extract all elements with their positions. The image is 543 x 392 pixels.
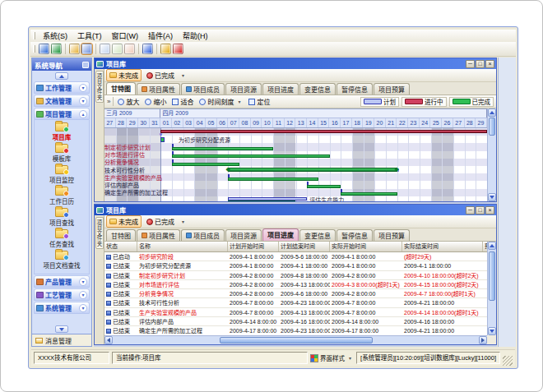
sidebar-item-项目查找[interactable]: 项目查找 xyxy=(49,208,74,227)
scroll-left-button[interactable] xyxy=(104,336,113,344)
tab-项目属性[interactable]: 项目属性 xyxy=(137,83,180,95)
menu-item-3[interactable]: 窗口(W) xyxy=(107,30,144,42)
gantt-done-bar-评估生产能力[interactable] xyxy=(228,201,295,201)
scroll-right-button[interactable] xyxy=(479,336,487,344)
exit-icon[interactable] xyxy=(173,44,183,54)
menu-item-5[interactable]: 帮助(H) xyxy=(178,30,213,42)
globe-icon[interactable] xyxy=(51,44,62,54)
minimize-button[interactable]: ─ xyxy=(466,60,475,68)
close-button[interactable]: × xyxy=(485,206,494,214)
column-header-状态[interactable]: 状态 xyxy=(104,242,137,251)
report-delete-icon[interactable] xyxy=(124,44,135,54)
gantt-done-bar-生产实验室规模的产品[interactable] xyxy=(228,178,318,181)
sidebar-group-1[interactable]: 工作管理▾ xyxy=(34,81,90,94)
sidebar-group-4[interactable]: 产品管理▾ xyxy=(34,275,90,288)
filter-已完成[interactable]: 已完成 xyxy=(143,69,178,81)
chevron-down-icon[interactable]: ▾ xyxy=(79,291,87,299)
tab-项目进度[interactable]: 项目进度 xyxy=(262,83,299,95)
chevron-down-icon[interactable]: ▾ xyxy=(79,304,87,312)
minimize-button[interactable]: ─ xyxy=(466,206,475,214)
column-header-实际结束时间[interactable]: 实际结束时间 xyxy=(402,242,483,251)
filter-未完成[interactable]: 未完成 xyxy=(106,215,142,228)
help-icon[interactable] xyxy=(142,44,153,54)
tab-项目资源[interactable]: 项目资源 xyxy=(225,83,262,95)
gantt-bar-初步研究阶段[interactable] xyxy=(160,130,487,133)
monitor-icon[interactable] xyxy=(39,44,49,54)
chevron-down-icon[interactable]: ▾ xyxy=(79,84,87,92)
tab-项目预算[interactable]: 项目预算 xyxy=(374,229,410,241)
sidebar-group-3[interactable]: 项目管理▴ xyxy=(34,108,90,120)
sidebar-group-6[interactable]: 系统管理▾ xyxy=(34,302,90,314)
table-row[interactable]: 已结束对市场进行评估2009-4-2 8:00:002009-4-13 18:0… xyxy=(104,280,487,289)
tab-project-folder[interactable]: 项目文件夹 xyxy=(95,217,104,249)
chevron-down-icon[interactable]: ▾ xyxy=(79,278,87,286)
scroll-up-button[interactable] xyxy=(488,242,496,250)
window-title-bar[interactable]: 项目库 ─ □ × xyxy=(95,58,496,69)
table-horizontal-scrollbar[interactable] xyxy=(104,335,487,344)
tab-project-folder[interactable]: 项目文件夹 xyxy=(95,71,104,103)
scrollbar-thumb[interactable] xyxy=(489,251,495,301)
lock-icon[interactable] xyxy=(160,44,171,54)
sidebar-item-项目监控[interactable]: 项目监控 xyxy=(49,165,74,184)
report-new-icon[interactable] xyxy=(100,44,110,54)
gantt-bar-技术可行性分析[interactable] xyxy=(228,168,397,172)
table-row[interactable]: 已结束生产实验室规模的产品2009-4-7 8:00:002009-4-13 1… xyxy=(104,308,487,317)
gantt-done-bar-制定初步研究计划[interactable] xyxy=(172,147,273,150)
close-button[interactable]: × xyxy=(485,60,494,68)
filter-未完成[interactable]: 未完成 xyxy=(106,69,142,81)
gantt-done-bar-确定生产所需的加工过程[interactable] xyxy=(341,192,397,196)
column-header-计划开始时间[interactable]: 计划开始时间 xyxy=(228,242,279,251)
table-row[interactable]: 已结束确定生产所需的加工过程2009-4-17 8:00:002009-4-23… xyxy=(104,326,487,335)
gantt-done-bar-分析竞争情况[interactable] xyxy=(172,163,239,166)
save-icon[interactable] xyxy=(81,44,92,54)
tab-项目成员[interactable]: 项目成员 xyxy=(181,83,225,95)
tab-暂停信息[interactable]: 暂停信息 xyxy=(336,229,373,241)
tab-变更信息[interactable]: 变更信息 xyxy=(299,229,336,241)
chevron-down-icon[interactable]: ▾ xyxy=(179,72,187,78)
window-title-bar[interactable]: 项目库 ─ □ × xyxy=(95,205,496,215)
pin-icon[interactable] xyxy=(82,62,89,68)
sidebar-item-工作日历[interactable]: 工作日历 xyxy=(49,187,74,205)
chevron-down-icon[interactable]: ▾ xyxy=(79,97,87,105)
table-row[interactable]: 已结束为初步研究分配资源2009-4-1 8:00:002009-4-1 18:… xyxy=(104,261,487,270)
tab-项目资源[interactable]: 项目资源 xyxy=(225,229,262,241)
column-header-计划结束时间[interactable]: 计划结束时间 xyxy=(279,242,330,251)
scroll-down-button[interactable] xyxy=(488,327,496,335)
zoom-out-button[interactable]: 缩小 xyxy=(143,97,168,106)
scroll-up-button[interactable] xyxy=(488,108,496,117)
time-scale-button[interactable]: 时间刻度▾ xyxy=(197,97,244,106)
sidebar-item-模板库[interactable]: 模板库 xyxy=(53,144,72,163)
tab-甘特图[interactable]: 甘特图 xyxy=(106,82,136,95)
tab-message-management[interactable]: 消息管理 xyxy=(32,334,91,346)
report-view-icon[interactable] xyxy=(112,44,123,54)
gantt-vertical-scrollbar[interactable] xyxy=(487,108,496,201)
gantt-bar-为初步研究分配资源[interactable] xyxy=(160,137,165,142)
table-row[interactable]: 已结束评估内部产品2009-4-14 8:00:002009-4-16 18:0… xyxy=(104,317,487,326)
sidebar-scroll-up-button[interactable] xyxy=(55,72,68,80)
tab-暂停信息[interactable]: 暂停信息 xyxy=(336,83,373,95)
tab-变更信息[interactable]: 变更信息 xyxy=(299,83,336,95)
menu-item-1[interactable]: 系统(S) xyxy=(38,30,72,42)
sidebar-item-项目库[interactable]: 项目库 xyxy=(53,122,72,141)
table-row[interactable]: 已启动初步研究阶段2009-4-1 8:00:002009-5-6 18:00:… xyxy=(104,252,487,261)
chevron-up-icon[interactable]: ▴ xyxy=(79,110,87,118)
gantt-done-bar-评估内部产品[interactable] xyxy=(307,185,341,188)
table-row[interactable]: 已结束制定初步研究计划2009-4-2 8:00:002009-4-8 18:0… xyxy=(104,271,487,280)
filter-已完成[interactable]: 已完成 xyxy=(143,215,178,228)
tab-项目预算[interactable]: 项目预算 xyxy=(374,83,410,95)
maximize-button[interactable]: □ xyxy=(476,60,485,68)
tab-项目进度[interactable]: 项目进度 xyxy=(262,228,299,241)
interface-style-button[interactable]: 界面样式 ▾ xyxy=(310,353,354,362)
sidebar-group-2[interactable]: 文档管理▾ xyxy=(34,95,90,107)
tab-甘特图[interactable]: 甘特图 xyxy=(106,229,136,241)
fit-button[interactable]: 适合 xyxy=(170,97,195,106)
chevron-down-icon[interactable]: ▾ xyxy=(179,219,187,224)
scrollbar-thumb[interactable] xyxy=(489,118,495,136)
column-header-名称[interactable]: 名称 xyxy=(137,242,228,251)
column-header-实际开始时间[interactable]: 实际开始时间 xyxy=(330,242,402,251)
tab-项目属性[interactable]: 项目属性 xyxy=(137,229,180,241)
table-row[interactable]: 已结束技术可行性分析2009-4-7 8:00:002009-4-23 18:0… xyxy=(104,298,487,307)
table-row[interactable]: 已结束分析竞争情况2009-4-2 8:00:002009-4-6 18:00:… xyxy=(104,289,487,298)
locate-button[interactable]: 定位 xyxy=(247,97,272,106)
scrollbar-thumb[interactable] xyxy=(220,337,373,344)
